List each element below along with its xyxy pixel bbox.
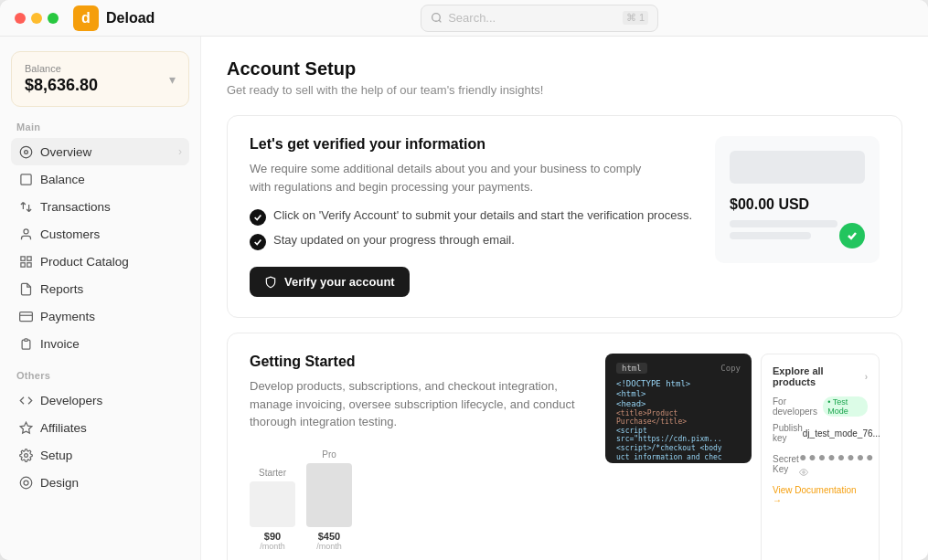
others-nav-group: Others Developers Affiliates <box>11 370 189 496</box>
svg-point-3 <box>24 150 27 153</box>
verify-card: Let's get verified your information We r… <box>227 115 902 318</box>
starter-price: $90 <box>250 531 295 542</box>
reports-icon <box>18 281 33 296</box>
search-bar[interactable]: Search... ⌘ 1 <box>421 5 658 32</box>
balance-chevron-icon[interactable]: ▾ <box>169 72 176 87</box>
close-dot[interactable] <box>15 13 26 24</box>
customers-icon <box>18 227 33 241</box>
preview-checkmark-icon <box>839 223 865 248</box>
api-panel-header: Explore all products › <box>773 365 868 387</box>
svg-rect-6 <box>20 256 24 259</box>
code-lang: html <box>616 363 647 374</box>
overview-chevron-icon: › <box>178 145 182 158</box>
sidebar-item-customers-label: Customers <box>40 227 100 241</box>
verify-account-button[interactable]: Verify your account <box>250 267 410 297</box>
sidebar-item-invoice[interactable]: Invoice <box>11 330 189 357</box>
setup-icon <box>18 448 33 462</box>
pro-label: Pro <box>306 449 352 460</box>
verify-step-2-text: Stay updated on your progress through em… <box>273 233 515 247</box>
sidebar-item-setup[interactable]: Setup <box>11 441 189 469</box>
check-icon-1 <box>250 209 266 226</box>
affiliates-icon <box>18 420 33 435</box>
getting-started-content: Getting Started Develop products, subscr… <box>250 354 587 560</box>
sidebar-item-design-label: Design <box>40 476 79 490</box>
publish-key-value: dj_test_mode_76... <box>803 428 880 438</box>
sidebar-item-setup-label: Setup <box>40 449 72 462</box>
balance-info: Balance $8,636.80 <box>25 63 98 95</box>
sidebar-item-payments-label: Payments <box>40 310 95 323</box>
sidebar-item-affiliates[interactable]: Affiliates <box>11 414 189 441</box>
shield-icon <box>264 276 277 289</box>
design-icon <box>18 475 33 490</box>
balance-label: Balance <box>25 63 98 74</box>
for-developers-label: For developers <box>773 396 823 417</box>
getting-started-right: html Copy <!DOCTYPE html> <html> <head> … <box>605 354 880 560</box>
svg-rect-10 <box>19 312 32 321</box>
view-documentation-link[interactable]: View Documentation → <box>773 485 868 505</box>
api-secret-key-row: Secret Key ●●●●●●●● <box>773 449 868 479</box>
payments-icon <box>18 309 33 323</box>
sidebar-item-balance-label: Balance <box>40 173 85 186</box>
svg-point-2 <box>20 146 32 158</box>
verify-card-inner: Let's get verified your information We r… <box>250 136 880 297</box>
sidebar-item-product-catalog-label: Product Catalog <box>40 255 129 269</box>
code-line-4: <title>Product Purchase</title> <box>616 409 741 426</box>
sidebar-item-reports[interactable]: Reports <box>11 275 189 302</box>
search-shortcut: ⌘ 1 <box>623 11 648 25</box>
sidebar-item-overview[interactable]: Overview › <box>11 138 189 165</box>
verify-description: We require some additional details about… <box>250 160 652 195</box>
app-window: d Deload Search... ⌘ 1 Balance $8,636.80… <box>0 0 928 560</box>
code-copy-button[interactable]: Copy <box>720 364 741 373</box>
minimize-dot[interactable] <box>31 13 42 24</box>
balance-card[interactable]: Balance $8,636.80 ▾ <box>11 51 189 107</box>
verify-step-2: Stay updated on your progress through em… <box>250 233 697 250</box>
sidebar-item-developers[interactable]: Developers <box>11 386 189 414</box>
maximize-dot[interactable] <box>48 13 59 24</box>
svg-line-1 <box>439 20 441 22</box>
search-icon <box>431 12 443 24</box>
page-subtitle: Get ready to sell with the help of our t… <box>227 83 902 97</box>
verify-btn-label: Verify your account <box>284 275 395 289</box>
main-layout: Balance $8,636.80 ▾ Main Overview › <box>0 37 928 560</box>
svg-point-13 <box>24 453 27 457</box>
code-line-1: <!DOCTYPE html> <box>616 379 741 388</box>
titlebar: d Deload Search... ⌘ 1 <box>0 0 928 37</box>
verify-steps: Click on 'Verify Account' to submit your… <box>250 208 697 250</box>
product-catalog-icon <box>18 254 33 269</box>
balance-amount: $8,636.80 <box>25 76 98 95</box>
sidebar-item-overview-label: Overview <box>40 145 91 159</box>
sidebar-item-invoice-label: Invoice <box>40 337 80 351</box>
starter-bar <box>250 481 295 527</box>
getting-started-title: Getting Started <box>250 354 587 370</box>
main-nav-group: Main Overview › Balance <box>11 122 189 357</box>
svg-rect-7 <box>27 256 30 259</box>
page-title: Account Setup <box>227 58 902 79</box>
getting-started-description: Develop products, subscriptions, and che… <box>250 377 579 431</box>
sidebar-item-customers[interactable]: Customers <box>11 220 189 248</box>
overview-icon <box>18 144 33 159</box>
sidebar-item-transactions[interactable]: Transactions <box>11 193 189 220</box>
code-line-5: <script src="https://cdn.pixm... <box>616 427 741 443</box>
test-mode-badge: • Test Mode <box>823 396 868 417</box>
invoice-icon <box>18 336 33 351</box>
verify-step-1-text: Click on 'Verify Account' to submit your… <box>273 208 692 222</box>
pro-bar <box>306 463 352 527</box>
sidebar-item-developers-label: Developers <box>40 394 102 407</box>
balance-nav-icon <box>18 172 33 186</box>
svg-point-15 <box>24 481 28 485</box>
svg-point-0 <box>432 14 441 22</box>
starter-price-col: Starter $90 /month <box>250 468 295 551</box>
getting-started-card: Getting Started Develop products, subscr… <box>227 333 902 560</box>
secret-key-label: Secret Key <box>773 454 799 474</box>
svg-rect-4 <box>20 174 30 184</box>
sidebar-item-balance[interactable]: Balance <box>11 165 189 193</box>
main-section-label: Main <box>11 122 189 132</box>
sidebar: Balance $8,636.80 ▾ Main Overview › <box>0 37 201 560</box>
sidebar-item-affiliates-label: Affiliates <box>40 421 87 435</box>
view-docs-label: View Documentation → <box>773 485 868 505</box>
logo-area: d Deload <box>73 5 155 31</box>
sidebar-item-payments[interactable]: Payments <box>11 302 189 330</box>
publish-key-label: Publish key <box>773 423 803 443</box>
sidebar-item-product-catalog[interactable]: Product Catalog <box>11 248 189 275</box>
sidebar-item-design[interactable]: Design <box>11 469 189 496</box>
